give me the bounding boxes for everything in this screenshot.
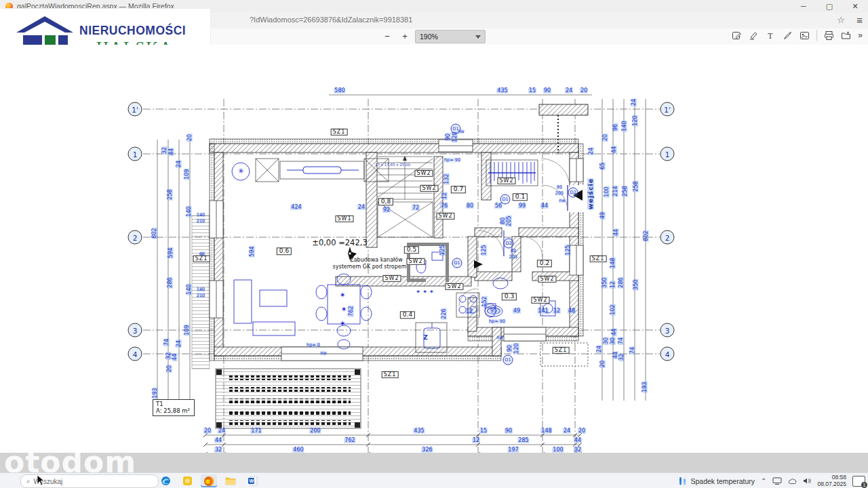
plan-label: SW1	[335, 216, 353, 222]
text-tool-icon[interactable]: T	[766, 30, 776, 41]
plan-label: 193	[153, 387, 158, 399]
plan-label: 326	[421, 447, 433, 453]
taskbar-clock[interactable]: 08:58 08.07.2025	[817, 474, 846, 488]
window-controls: ─ ▢ ✕	[791, 0, 868, 12]
plan-label: 197	[507, 447, 519, 453]
plan-label: 44	[612, 146, 617, 154]
plan-label: ±0,00 =242,3	[312, 239, 367, 247]
plan-label: Zabudowa kanałów	[350, 258, 403, 263]
highlight-icon[interactable]	[749, 30, 759, 41]
plan-label: 762	[349, 305, 354, 317]
plan-label: 44	[172, 353, 178, 361]
plan-label: ✶	[339, 291, 345, 300]
plan-label: 0.4	[400, 311, 415, 319]
grid-bubble: 1	[660, 147, 675, 161]
minimize-button[interactable]: ─	[791, 2, 816, 10]
plan-label: 580	[334, 88, 345, 94]
screen: galPocztaWiadomosciRep.aspx — Mozilla Fi…	[0, 0, 868, 488]
terrace-info-box: T1 A: 25,88 m²	[153, 399, 195, 416]
plan-label: 762	[344, 438, 355, 443]
plan-label: hp= 0	[307, 343, 320, 348]
save-icon[interactable]	[841, 30, 851, 41]
zoom-level-select[interactable]: 190%	[415, 30, 486, 43]
taskbar-search[interactable]: ⌕ Wyszukaj	[20, 474, 159, 488]
taskbar-weather-widget[interactable]: Spadek temperatury	[678, 476, 755, 486]
plan-label: 17 x 17,65 x 25,00	[375, 163, 410, 167]
plan-label: 20	[167, 365, 172, 373]
plan-label: SW2	[497, 178, 515, 184]
taskbar-edge-icon[interactable]	[157, 474, 174, 487]
plan-label: SW2	[538, 276, 556, 283]
image-icon[interactable]	[800, 30, 810, 41]
plan-label: 0.2	[537, 260, 552, 267]
plan-label: SW2	[445, 283, 463, 290]
plan-label: 102	[610, 304, 616, 315]
plan-label: 424	[290, 205, 302, 210]
grid-bubble: 3	[128, 323, 142, 338]
menu-icon[interactable]: ≡	[856, 14, 863, 26]
plan-label: ✳	[237, 167, 243, 176]
plan-label: 20	[603, 134, 608, 142]
plan-label: 44	[612, 328, 617, 336]
plan-label: SZ1	[193, 256, 210, 262]
terrace-label: T1	[156, 401, 190, 407]
cloud-icon[interactable]	[788, 478, 797, 485]
plan-label: 141	[537, 308, 549, 314]
plan-label: SZ1	[331, 129, 348, 136]
bookmark-star-icon[interactable]: ☆	[837, 15, 845, 25]
plan-label: 0.7	[451, 186, 466, 193]
taskbar-mail-icon[interactable]	[179, 474, 195, 487]
maximize-button[interactable]: ▢	[816, 2, 842, 11]
plan-label: 20	[580, 88, 588, 94]
plan-label: 140	[622, 120, 627, 131]
plan-label: 210	[197, 219, 205, 224]
plan-label: 99	[518, 203, 526, 209]
plan-label: 109	[184, 324, 190, 336]
plan-label: 49	[600, 211, 606, 220]
tray-expand-icon[interactable]: ⌃	[761, 477, 766, 485]
plan-label: ✶	[340, 306, 347, 314]
draw-icon[interactable]	[783, 30, 793, 41]
plan-label: 44	[614, 228, 619, 237]
plan-label: 125	[566, 244, 571, 256]
pdf-page: 5804351590242020241712004351590148242044…	[0, 45, 868, 453]
network-display-icon[interactable]	[772, 477, 782, 485]
plan-label: 90	[557, 185, 562, 190]
weather-text: Spadek temperatury	[691, 477, 755, 485]
plan-label: 140	[186, 205, 192, 217]
url-text[interactable]: ?IdWiadomosc=26693876&IdZalacznik=991838…	[250, 16, 412, 24]
plan-label: 0,8	[378, 198, 393, 205]
plan-label: 44	[214, 438, 222, 443]
plan-label: 20	[203, 428, 212, 434]
plan-label: 258	[633, 180, 639, 192]
plan-label: 74	[164, 338, 170, 346]
logo-line1: NIERUCHOMOŚCI	[79, 24, 186, 38]
more-tools-icon[interactable]: »	[858, 30, 863, 40]
plan-label: D2	[568, 188, 578, 198]
plan-label: 48	[568, 308, 576, 314]
zoom-in-button[interactable]: +	[397, 30, 412, 43]
plan-label: 56	[494, 203, 502, 209]
taskbar-firefox-icon[interactable]	[201, 474, 217, 487]
close-button[interactable]: ✕	[842, 2, 868, 11]
plan-label: 32	[214, 447, 222, 453]
plan-label: 74	[630, 346, 635, 354]
grid-bubble: 2	[660, 230, 675, 245]
toolbar-divider	[816, 30, 817, 41]
plan-label: 226	[441, 308, 447, 319]
print-icon[interactable]	[824, 30, 834, 41]
zoom-out-button[interactable]: −	[380, 30, 395, 43]
plan-label: nw	[320, 351, 326, 356]
plan-label: 49	[513, 308, 521, 314]
annotate-icon[interactable]	[732, 30, 742, 41]
plan-label: * * *	[416, 290, 433, 296]
taskbar-explorer-icon[interactable]	[222, 474, 239, 487]
plan-label: systemem GK pod stropem	[333, 264, 407, 270]
plan-label: 12	[472, 438, 480, 443]
taskbar-word-icon[interactable]: W	[244, 474, 260, 487]
plan-label: 20	[187, 134, 193, 142]
plan-label: 30	[604, 337, 609, 345]
plan-label: 125	[440, 244, 446, 256]
speaker-icon[interactable]	[803, 477, 811, 485]
notification-icon[interactable]: 1	[852, 476, 865, 487]
